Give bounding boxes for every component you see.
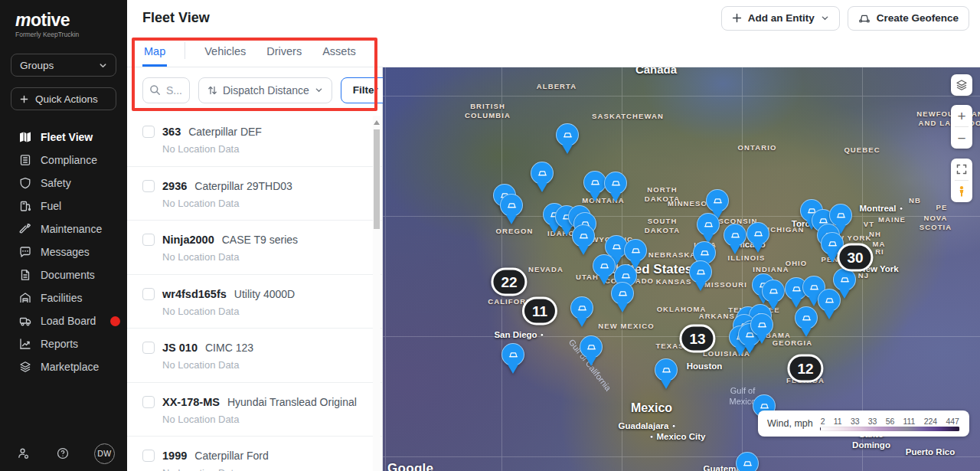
vehicle-pin[interactable] bbox=[556, 123, 579, 155]
sidebar-item-fleet-view[interactable]: Fleet View bbox=[0, 126, 127, 149]
wind-legend-ticks: 211333356111224447 bbox=[820, 417, 960, 426]
vehicle-checkbox[interactable] bbox=[142, 288, 155, 300]
cluster-marker[interactable]: 22 bbox=[491, 268, 527, 296]
tab-assets[interactable]: Assets bbox=[321, 36, 358, 67]
sidebar-item-safety[interactable]: Safety bbox=[0, 172, 127, 195]
cluster-marker[interactable]: 13 bbox=[679, 325, 715, 353]
map-canvas[interactable]: CanadaUnited StatesMexicoBRITISH COLUMBI… bbox=[383, 67, 980, 471]
documents-icon bbox=[19, 269, 31, 281]
vehicle-location-status: No Location Data bbox=[162, 251, 367, 263]
vehicle-checkbox[interactable] bbox=[142, 234, 155, 246]
map-label-text: RI bbox=[875, 247, 884, 257]
vehicle-pin[interactable] bbox=[689, 260, 712, 292]
sidebar-item-documents[interactable]: Documents bbox=[0, 263, 127, 286]
sidebar-item-compliance[interactable]: Compliance bbox=[0, 149, 127, 172]
wind-legend: Wind, mph 211333356111224447 bbox=[758, 410, 969, 437]
vehicle-pin[interactable] bbox=[818, 289, 841, 320]
vehicle-pin[interactable] bbox=[750, 313, 773, 345]
vehicle-row[interactable]: 2936Caterpillar 29THD03No Location Data bbox=[127, 167, 382, 221]
fullscreen-button[interactable] bbox=[951, 159, 972, 180]
sort-dropdown[interactable]: Dispatch Distance bbox=[198, 77, 332, 103]
sidebar-item-fuel[interactable]: Fuel bbox=[0, 195, 127, 218]
sidebar-item-facilities[interactable]: Facilities bbox=[0, 286, 127, 309]
vehicle-id: wr4fsd165fs bbox=[162, 288, 227, 300]
vehicle-pin[interactable] bbox=[795, 306, 818, 338]
vehicle-pin[interactable] bbox=[501, 343, 524, 375]
map-label-text: VT bbox=[864, 220, 874, 229]
map-label-text: PE bbox=[936, 203, 948, 212]
vehicle-pin[interactable] bbox=[604, 172, 627, 203]
vehicle-pin[interactable] bbox=[500, 194, 523, 225]
sidebar-item-marketplace[interactable]: Marketplace bbox=[0, 355, 127, 378]
vehicle-pin[interactable] bbox=[572, 224, 595, 256]
vehicle-pin-tail bbox=[730, 245, 740, 254]
vehicle-checkbox[interactable] bbox=[142, 180, 155, 192]
vehicle-pin-head bbox=[706, 189, 729, 212]
vehicle-checkbox[interactable] bbox=[142, 396, 155, 408]
map-label-text: QUEBEC bbox=[844, 146, 880, 155]
cluster-marker[interactable]: 12 bbox=[787, 355, 823, 383]
user-settings-icon[interactable] bbox=[15, 446, 31, 461]
map-label: NEVADA bbox=[528, 265, 564, 274]
map-label-text: NJ bbox=[858, 271, 869, 280]
groups-dropdown[interactable]: Groups bbox=[11, 54, 116, 77]
vehicle-row[interactable]: JS 010CIMC 123No Location Data bbox=[127, 329, 382, 383]
vehicle-row[interactable]: XX-178-MSHyundai Translead OriginalNo Lo… bbox=[127, 383, 382, 437]
zoom-out-label: − bbox=[957, 131, 965, 146]
vehicle-checkbox[interactable] bbox=[142, 342, 155, 354]
vehicle-pin[interactable] bbox=[531, 162, 554, 193]
vehicle-row[interactable]: Ninja2000CASE T9 seriesNo Location Data bbox=[127, 221, 382, 275]
vehicle-pin[interactable] bbox=[746, 222, 769, 253]
tab-vehicles[interactable]: Vehicles bbox=[203, 36, 247, 67]
brand-tagline: Formerly KeepTruckin bbox=[15, 31, 127, 38]
help-icon[interactable] bbox=[55, 446, 70, 461]
add-entity-button[interactable]: Add an Entity bbox=[721, 6, 840, 31]
tab-drivers[interactable]: Drivers bbox=[265, 36, 303, 67]
cluster-marker[interactable]: 11 bbox=[522, 297, 557, 325]
vehicle-pin[interactable] bbox=[583, 171, 606, 202]
vehicle-pin-head bbox=[580, 335, 603, 358]
vehicle-pin[interactable] bbox=[655, 358, 678, 390]
wind-gradient-bar bbox=[820, 427, 960, 431]
layers-icon[interactable] bbox=[951, 74, 972, 96]
list-scrollbar[interactable] bbox=[373, 116, 381, 471]
vehicle-row[interactable]: wr4fsd165fsUtility 4000DNo Location Data bbox=[127, 275, 382, 329]
map-label-text: NEVADA bbox=[528, 265, 564, 274]
vehicle-row[interactable]: 363Caterpillar DEFNo Location Data bbox=[127, 113, 382, 167]
vehicle-checkbox[interactable] bbox=[142, 450, 155, 462]
vehicle-pin[interactable] bbox=[580, 335, 603, 367]
vehicle-checkbox[interactable] bbox=[142, 126, 155, 138]
sidebar-item-messages[interactable]: Messages bbox=[0, 240, 127, 263]
cluster-marker[interactable]: 30 bbox=[837, 244, 873, 272]
map-label: Montreal bbox=[860, 203, 903, 214]
search-box bbox=[142, 77, 190, 103]
sort-label: Dispatch Distance bbox=[223, 84, 309, 96]
vehicle-name: Hyundai Translead Original bbox=[227, 396, 357, 408]
zoom-out-button[interactable]: − bbox=[951, 127, 972, 149]
tab-bar: MapVehiclesDriversAssets bbox=[127, 36, 980, 67]
vehicle-pin[interactable] bbox=[611, 282, 634, 313]
map-label-text: ONTARIO bbox=[738, 143, 777, 152]
vehicle-row[interactable]: 1999Caterpillar FordNo Location Data bbox=[127, 437, 382, 471]
map-label-text: MA bbox=[873, 240, 886, 249]
vehicle-location-status: No Location Data bbox=[162, 359, 367, 371]
scrollbar-up-arrow[interactable] bbox=[374, 120, 380, 125]
street-view-pegman-icon[interactable] bbox=[951, 181, 972, 202]
vehicle-pin[interactable] bbox=[736, 452, 759, 471]
zoom-in-button[interactable]: + bbox=[951, 105, 972, 126]
vehicle-pin[interactable] bbox=[724, 224, 746, 255]
sidebar-item-load-board[interactable]: Load Board bbox=[0, 309, 127, 332]
create-geofence-button[interactable]: Create Geofence bbox=[848, 6, 969, 31]
sidebar-item-maintenance[interactable]: Maintenance bbox=[0, 218, 127, 240]
tab-map[interactable]: Map bbox=[142, 36, 167, 67]
vehicle-pin-tail bbox=[827, 253, 838, 263]
quick-actions-button[interactable]: Quick Actions bbox=[11, 87, 116, 110]
vehicle-pin[interactable] bbox=[697, 213, 720, 244]
user-avatar[interactable]: DW bbox=[94, 443, 115, 464]
scrollbar-thumb[interactable] bbox=[374, 129, 380, 229]
vehicle-pin[interactable] bbox=[593, 254, 616, 286]
map-label-text: NOVA SCOTIA bbox=[913, 214, 958, 232]
sidebar-item-reports[interactable]: Reports bbox=[0, 332, 127, 355]
vehicle-pin[interactable] bbox=[570, 296, 593, 328]
map-label-text: MAINE bbox=[878, 215, 906, 224]
